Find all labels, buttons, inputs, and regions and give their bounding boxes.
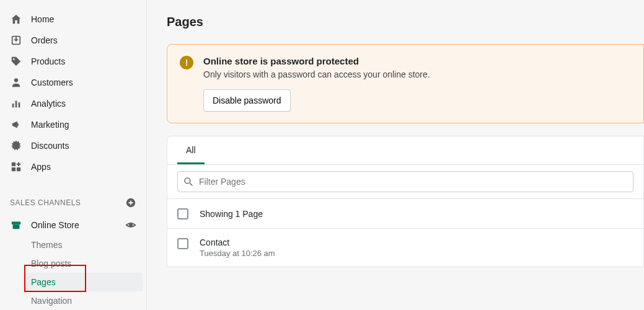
subnav-pages[interactable]: Pages — [26, 273, 143, 291]
discount-icon — [10, 140, 22, 152]
nav-label: Apps — [31, 162, 51, 172]
filter-pages-input[interactable] — [177, 171, 633, 192]
svg-rect-3 — [12, 104, 14, 107]
subnav-blog-posts[interactable]: Blog posts — [4, 254, 146, 273]
nav-discounts[interactable]: Discounts — [0, 135, 146, 156]
analytics-icon — [10, 97, 22, 110]
sales-channels-header: SALES CHANNELS — [0, 191, 146, 215]
tabs: All — [167, 136, 643, 164]
channel-online-store[interactable]: Online Store — [0, 215, 146, 236]
list-header: Showing 1 Page — [167, 198, 643, 228]
nav-label: Home — [31, 14, 54, 24]
select-all-checkbox[interactable] — [177, 208, 188, 219]
banner-title: Online store is password protected — [203, 56, 430, 66]
password-banner: ! Online store is password protected Onl… — [167, 44, 644, 123]
row-timestamp: Tuesday at 10:26 am — [200, 249, 275, 258]
svg-point-1 — [13, 58, 15, 60]
warning-icon: ! — [180, 56, 193, 69]
megaphone-icon — [10, 118, 22, 131]
row-title: Contact — [200, 237, 275, 247]
list-header-text: Showing 1 Page — [200, 209, 263, 219]
inbox-icon — [10, 34, 22, 46]
svg-rect-7 — [12, 167, 15, 171]
nav-apps[interactable]: Apps — [0, 156, 146, 177]
subnav-navigation[interactable]: Navigation — [4, 291, 146, 310]
svg-point-2 — [14, 78, 18, 82]
eye-icon[interactable] — [125, 219, 136, 231]
banner-text: Only visitors with a password can access… — [203, 69, 430, 79]
channel-label: Online Store — [31, 220, 117, 230]
nav-label: Discounts — [31, 141, 69, 151]
nav-label: Customers — [31, 78, 73, 87]
tag-icon — [10, 55, 22, 68]
section-label: SALES CHANNELS — [10, 198, 81, 207]
disable-password-button[interactable]: Disable password — [203, 89, 291, 112]
nav-customers[interactable]: Customers — [0, 72, 146, 93]
filter-row — [167, 164, 643, 198]
online-store-subnav: Themes Blog posts Pages Navigation — [4, 236, 146, 310]
nav-label: Analytics — [31, 99, 66, 108]
nav-products[interactable]: Products — [0, 51, 146, 72]
row-checkbox[interactable] — [177, 238, 188, 249]
svg-rect-4 — [15, 101, 17, 108]
svg-rect-5 — [19, 102, 20, 107]
page-title: Pages — [167, 15, 644, 29]
store-icon — [10, 219, 22, 231]
add-channel-icon[interactable] — [125, 197, 136, 208]
apps-icon — [10, 161, 22, 173]
subnav-themes[interactable]: Themes — [4, 236, 146, 254]
svg-rect-6 — [12, 162, 15, 166]
nav-home[interactable]: Home — [0, 9, 146, 30]
list-row[interactable]: Contact Tuesday at 10:26 am — [167, 228, 643, 267]
svg-rect-8 — [17, 167, 20, 171]
nav-label: Products — [31, 56, 65, 66]
svg-point-11 — [130, 224, 133, 227]
nav-label: Marketing — [31, 120, 69, 130]
search-icon — [183, 177, 193, 187]
nav-marketing[interactable]: Marketing — [0, 114, 146, 135]
nav-label: Orders — [31, 35, 58, 45]
person-icon — [10, 76, 22, 89]
pages-card: All Showing 1 Page Contact Tuesday at 1 — [167, 136, 644, 267]
tab-all[interactable]: All — [177, 136, 205, 164]
svg-rect-10 — [13, 224, 20, 229]
nav-analytics[interactable]: Analytics — [0, 93, 146, 114]
sidebar: Home Orders Products Customers Analytics — [0, 0, 147, 310]
home-icon — [10, 13, 22, 25]
nav-orders[interactable]: Orders — [0, 30, 146, 51]
svg-point-12 — [185, 178, 190, 184]
main-content: Pages ! Online store is password protect… — [147, 0, 644, 310]
